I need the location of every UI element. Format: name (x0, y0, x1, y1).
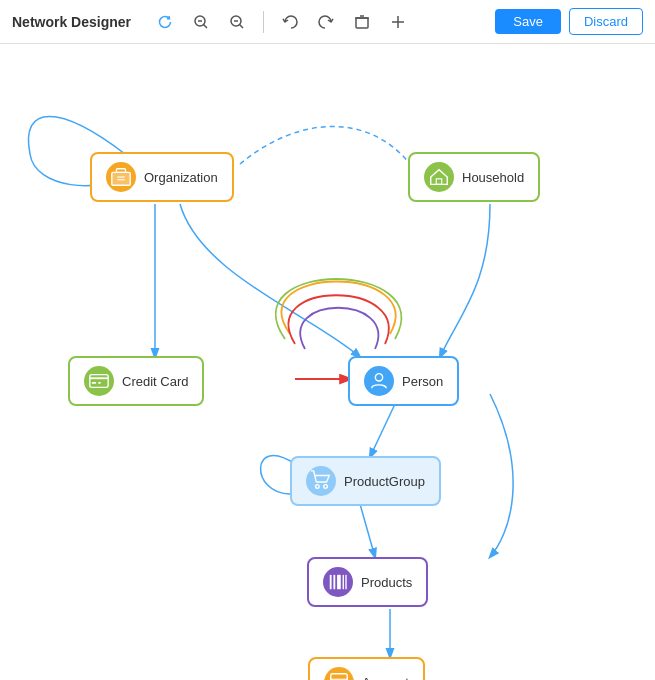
svg-rect-6 (356, 18, 368, 28)
svg-rect-26 (337, 575, 341, 590)
products-label: Products (361, 575, 412, 590)
product-group-label: ProductGroup (344, 474, 425, 489)
save-button[interactable]: Save (495, 9, 561, 34)
svg-rect-19 (92, 382, 97, 384)
account-node[interactable]: Account (308, 657, 425, 680)
credit-card-label: Credit Card (122, 374, 188, 389)
svg-line-1 (204, 24, 208, 28)
svg-rect-24 (330, 575, 332, 590)
svg-point-21 (375, 374, 382, 381)
zoom-in-button[interactable] (187, 8, 215, 36)
person-label: Person (402, 374, 443, 389)
discard-button[interactable]: Discard (569, 8, 643, 35)
redo-button[interactable] (312, 8, 340, 36)
svg-rect-11 (112, 172, 130, 185)
refresh-button[interactable] (151, 8, 179, 36)
canvas[interactable]: Organization Household Credit Card (0, 44, 655, 680)
divider-1 (263, 11, 264, 33)
organization-icon (106, 162, 136, 192)
person-icon (364, 366, 394, 396)
svg-rect-20 (98, 382, 101, 384)
svg-rect-28 (345, 575, 346, 590)
person-node[interactable]: Person (348, 356, 459, 406)
svg-rect-16 (436, 179, 442, 185)
products-icon (323, 567, 353, 597)
household-icon (424, 162, 454, 192)
products-node[interactable]: Products (307, 557, 428, 607)
credit-card-icon (84, 366, 114, 396)
svg-rect-25 (333, 575, 335, 590)
svg-rect-27 (343, 575, 344, 590)
svg-rect-17 (90, 375, 108, 388)
undo-button[interactable] (276, 8, 304, 36)
svg-rect-13 (116, 169, 125, 173)
add-button[interactable] (384, 8, 412, 36)
zoom-out-button[interactable] (223, 8, 251, 36)
credit-card-node[interactable]: Credit Card (68, 356, 204, 406)
svg-point-23 (324, 485, 328, 489)
svg-point-22 (316, 485, 320, 489)
organization-label: Organization (144, 170, 218, 185)
household-node[interactable]: Household (408, 152, 540, 202)
account-icon (324, 667, 354, 680)
toolbar: Network Designer (0, 0, 655, 44)
household-label: Household (462, 170, 524, 185)
delete-button[interactable] (348, 8, 376, 36)
product-group-icon (306, 466, 336, 496)
organization-node[interactable]: Organization (90, 152, 234, 202)
account-label: Account (362, 675, 409, 681)
app-title: Network Designer (12, 14, 131, 30)
product-group-node[interactable]: ProductGroup (290, 456, 441, 506)
svg-line-4 (240, 24, 244, 28)
